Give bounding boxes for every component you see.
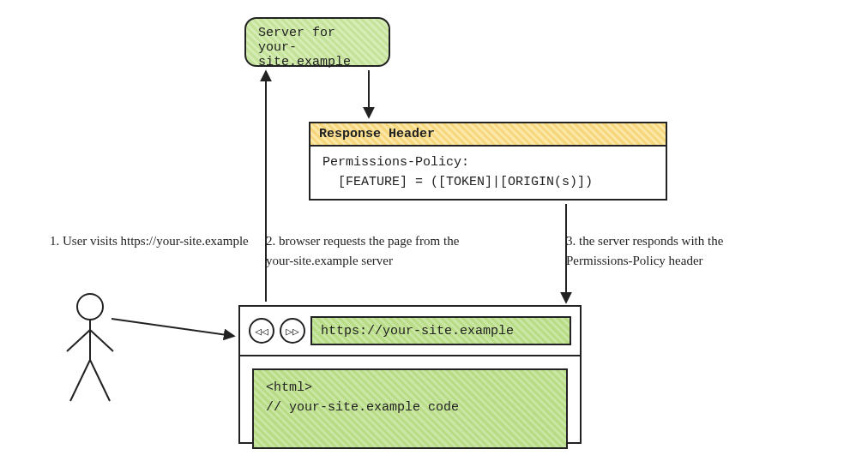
browser-navbar: ◁◁ ▷▷ https://your-site.example <box>240 307 580 356</box>
step-3-caption: 3. the server responds with the Permissi… <box>566 231 789 270</box>
server-box: Server for your-site.example <box>244 17 390 67</box>
policy-line-2: [FEATURE] = ([TOKEN]|[ORIGIN(s)]) <box>322 173 654 193</box>
step-1-caption: 1. User visits https://your-site.example <box>50 231 249 251</box>
server-label-line1: Server for <box>258 26 377 40</box>
user-icon <box>60 291 120 403</box>
server-label-line2: your-site.example <box>258 40 377 69</box>
url-bar: https://your-site.example <box>310 316 571 345</box>
page-code-box: <html> // your-site.example code <box>252 368 568 449</box>
svg-line-3 <box>90 330 113 351</box>
url-text: https://your-site.example <box>321 324 514 338</box>
response-header-box: Response Header Permissions-Policy: [FEA… <box>309 122 667 201</box>
svg-point-0 <box>77 294 103 320</box>
browser-window: ◁◁ ▷▷ https://your-site.example <html> /… <box>238 305 582 444</box>
back-icon: ◁◁ <box>249 318 274 344</box>
policy-line-1: Permissions-Policy: <box>322 153 654 173</box>
svg-line-5 <box>90 360 110 401</box>
code-line-1: <html> <box>266 379 554 398</box>
arrow-user-to-browser <box>112 319 233 336</box>
svg-line-4 <box>70 360 90 401</box>
browser-content: <html> // your-site.example code <box>240 356 580 461</box>
forward-icon: ▷▷ <box>280 318 305 344</box>
response-header-title: Response Header <box>310 123 666 147</box>
response-header-body: Permissions-Policy: [FEATURE] = ([TOKEN]… <box>310 147 666 199</box>
code-line-2: // your-site.example code <box>266 398 554 418</box>
step-2-caption: 2. browser requests the page from the yo… <box>266 231 489 270</box>
svg-line-2 <box>67 330 90 351</box>
